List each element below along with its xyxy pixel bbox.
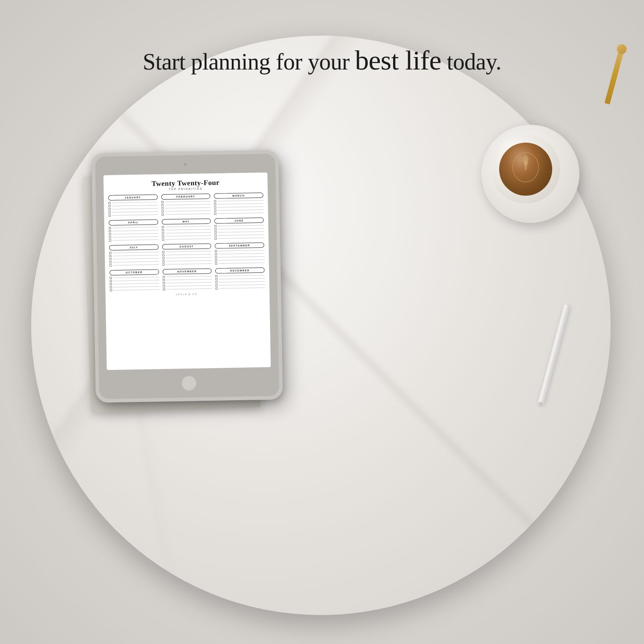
task-item [163,284,212,287]
checkbox [215,259,217,262]
task-item [215,258,265,262]
checkbox [108,202,111,204]
task-line [219,259,265,261]
months-grid: JANUARY FEBRUARY [108,193,265,292]
checkbox [110,286,112,288]
task-line [166,288,212,290]
ipad: Twenty Twenty-Four TOP PRIORITIES JANUAR… [91,150,283,402]
checkbox [163,276,165,278]
task-item [108,201,158,204]
task-item [110,263,159,267]
task-line [113,258,159,259]
task-line [166,254,212,255]
checkbox [162,257,164,259]
checkbox [109,239,111,242]
checkbox [214,213,217,215]
task-item [215,255,265,258]
task-line [114,289,160,291]
checkbox [110,283,112,285]
checkbox [215,250,217,252]
task-line [165,210,211,212]
checkbox [162,251,164,253]
checkbox [109,233,111,235]
task-line [166,263,212,265]
checkbox [215,238,217,240]
checkbox [215,231,217,234]
headline-part1: Start planning for your [143,49,355,74]
task-line [218,231,264,233]
checkbox [109,236,111,238]
task-line [165,232,211,234]
planner-footer: LAYLA & CO. [110,291,265,297]
month-label-june: JUNE [214,217,264,224]
task-item [162,256,212,259]
planner: Twenty Twenty-Four TOP PRIORITIES JANUAR… [103,172,271,370]
checkbox [216,281,218,283]
task-item [108,210,158,213]
month-july: JULY [109,244,159,267]
task-line [113,252,159,253]
task-line [112,205,158,206]
task-item [214,209,264,212]
task-item [214,205,264,209]
task-line [218,203,264,205]
checkbox [215,234,217,237]
checkbox [216,284,218,287]
checkbox [162,232,164,234]
task-item [216,283,265,287]
checkbox [162,263,164,266]
checkbox [214,225,217,227]
task-item [214,227,264,230]
task-item [109,235,158,238]
task-item [109,260,159,263]
coffee-cup-area [481,125,579,223]
ipad-body: Twenty Twenty-Four TOP PRIORITIES JANUAR… [95,154,279,399]
checkbox [109,227,111,229]
checkbox [215,275,217,277]
checkbox [214,209,217,212]
task-line [166,251,212,252]
task-item [214,202,263,205]
headline-cursive: best life [355,45,441,75]
checkbox [215,256,217,258]
task-line [218,250,264,251]
checkbox [109,258,111,260]
checkbox [109,261,111,263]
month-december: DECEMBER [215,267,265,291]
headline: Start planning for your best life today. [0,45,644,76]
ipad-home-button[interactable] [181,375,197,392]
task-line [165,235,211,237]
task-item [215,249,264,252]
task-line [218,253,264,254]
task-item [162,228,211,231]
task-line [113,261,159,263]
task-item [109,232,158,235]
task-line [113,239,159,241]
task-line [219,278,265,279]
month-label-december: DECEMBER [215,267,265,274]
task-line [165,207,211,209]
task-item [216,287,265,290]
ipad-screen: Twenty Twenty-Four TOP PRIORITIES JANUAR… [103,172,271,370]
checkbox [163,285,165,287]
checkbox [214,228,217,230]
task-line [218,206,264,208]
task-line [218,213,264,214]
task-line [112,214,158,216]
task-item [163,275,212,278]
task-item [162,259,212,263]
task-item [215,234,264,237]
task-line [165,226,211,227]
task-line [166,276,212,277]
task-line [112,236,158,238]
task-item [161,213,211,216]
task-item [162,238,211,241]
month-november: NOVEMBER [162,268,212,291]
checkbox [110,277,112,279]
task-item [161,203,211,206]
task-item [163,281,212,284]
task-item [163,278,212,281]
task-line [112,208,158,209]
task-line [113,277,159,278]
checkbox [161,204,164,206]
